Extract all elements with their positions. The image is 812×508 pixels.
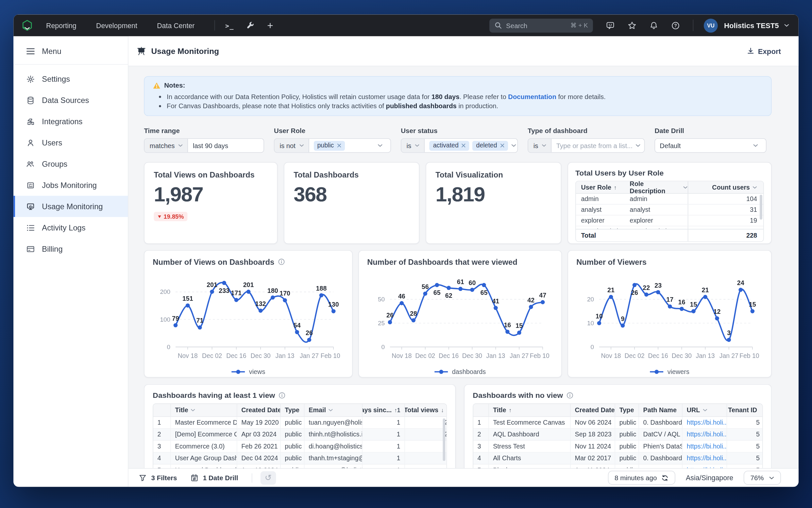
nav-right-cluster: Search ⌘ + K ? VU Holistics TEST5 — [489, 18, 789, 32]
sidebar-item-groups[interactable]: Groups — [13, 153, 128, 175]
timezone-label[interactable]: Asia/Singapore — [686, 474, 733, 482]
svg-text:26: 26 — [386, 311, 394, 319]
sidebar-item-data-sources[interactable]: Data Sources — [13, 90, 128, 111]
sidebar-menu-toggle[interactable]: Menu — [13, 41, 128, 62]
column-header[interactable]: URL — [683, 404, 727, 417]
svg-text:10: 10 — [596, 312, 603, 320]
user-avatar[interactable]: VU — [704, 18, 718, 32]
undo-button[interactable]: ↺ — [260, 471, 276, 484]
workspace-name[interactable]: Holistics TEST5 — [724, 21, 779, 30]
date-drill-summary-button[interactable]: 1 Date Drill — [190, 474, 238, 482]
legend-views[interactable]: views — [153, 367, 344, 377]
line-chart-dashboards: 02550Nov 18Dec 02Dec 16Dec 30Jan 13Jan 2… — [367, 268, 553, 367]
wrench-icon[interactable] — [247, 21, 255, 30]
svg-text:Dec 30: Dec 30 — [672, 352, 692, 359]
time-range-control[interactable]: matches last 90 days — [144, 138, 264, 153]
info-icon[interactable] — [278, 259, 285, 265]
column-header[interactable]: Days sinc...↑1 — [362, 404, 405, 417]
zoom-level-button[interactable]: 76% — [744, 471, 781, 485]
legend-dashboards[interactable]: dashboards — [367, 367, 553, 377]
sidebar-item-jobs-monitoring[interactable]: Jobs Monitoring — [13, 175, 128, 196]
sidebar-item-integrations[interactable]: Integrations — [13, 111, 128, 132]
svg-text:200: 200 — [160, 288, 170, 295]
top-navbar: Reporting Development Data Center >_ + S… — [13, 14, 799, 36]
download-icon — [746, 47, 755, 55]
table-card-no-views: Dashboards with no view Title↑Created Da… — [464, 384, 771, 468]
column-user-role[interactable]: User Role↑ — [576, 181, 630, 193]
credit-card-icon — [26, 245, 35, 252]
notifications-bell-icon[interactable] — [649, 21, 658, 30]
table-row: 5BlankApr 11 2024publichttps://bi.holi..… — [473, 465, 762, 468]
search-input[interactable]: Search ⌘ + K — [489, 18, 593, 32]
user-role-control[interactable]: is not public — [274, 138, 391, 153]
column-header[interactable]: Tenant ID — [727, 404, 763, 417]
svg-text:15: 15 — [749, 301, 756, 308]
svg-text:41: 41 — [492, 297, 499, 305]
legend-viewers[interactable]: viewers — [576, 367, 763, 377]
filter-chip-public[interactable]: public — [313, 140, 345, 151]
column-header[interactable]: Type — [615, 404, 639, 417]
refresh-button[interactable]: 8 minutes ago — [608, 471, 675, 485]
gear-icon — [26, 75, 35, 83]
column-header[interactable]: Created Date — [237, 404, 281, 417]
column-header[interactable]: Email — [305, 404, 362, 417]
column-header[interactable]: Created Date — [571, 404, 615, 417]
svg-text:24: 24 — [737, 279, 744, 286]
table-row: 1Test Ecommerce CanvasNov 06 2024public0… — [473, 417, 762, 429]
filter-chip-activated[interactable]: activated — [430, 140, 469, 151]
favorites-star-icon[interactable] — [628, 21, 636, 30]
list-icon — [26, 224, 35, 231]
sidebar-item-billing[interactable]: Billing — [13, 238, 128, 260]
column-header[interactable]: Path Name — [639, 404, 683, 417]
svg-text:15: 15 — [515, 322, 523, 329]
svg-text:56: 56 — [422, 283, 429, 290]
scrollbar-thumb[interactable] — [442, 418, 445, 461]
date-drill-select[interactable]: Default — [654, 138, 766, 153]
column-header[interactable]: Type — [281, 404, 305, 417]
svg-text:9: 9 — [621, 315, 625, 322]
filter-chip-deleted[interactable]: deleted — [473, 140, 508, 151]
column-header[interactable]: Title — [171, 404, 237, 417]
svg-text:Feb 10: Feb 10 — [530, 352, 550, 359]
user-status-control[interactable]: is activated deleted — [401, 138, 518, 153]
nav-item-development[interactable]: Development — [96, 22, 137, 30]
filters-summary-button[interactable]: 3 Filters — [139, 474, 177, 482]
documentation-link[interactable]: Documentation — [508, 93, 556, 101]
note-canvas: For Canvas Dashboards, please note that … — [167, 102, 763, 111]
kpi-total-visualization: Total Visualization 1,819 — [426, 162, 561, 244]
kpi-users-by-role: Total Users by User Role User Role↑ Role… — [567, 162, 771, 244]
holistics-logo-icon[interactable] — [22, 19, 33, 31]
svg-text:79: 79 — [172, 315, 179, 322]
dashboard-type-control[interactable]: is Type or paste from a list... — [527, 138, 645, 153]
nav-item-data-center[interactable]: Data Center — [157, 22, 195, 30]
feedback-icon[interactable] — [606, 21, 615, 30]
column-header[interactable]: Total views↓ — [405, 404, 447, 417]
column-count-users[interactable]: Count users — [688, 181, 763, 193]
nav-item-reporting[interactable]: Reporting — [46, 22, 77, 30]
sidebar-item-activity-logs[interactable]: Activity Logs — [13, 217, 128, 238]
add-icon[interactable]: + — [267, 20, 273, 31]
undo-icon: ↺ — [265, 473, 272, 482]
funnel-icon — [139, 474, 147, 482]
help-icon[interactable]: ? — [671, 21, 680, 30]
export-button[interactable]: Export — [746, 47, 781, 55]
info-icon[interactable] — [279, 392, 285, 398]
svg-text:65: 65 — [433, 289, 441, 296]
kpi-total-dashboards: Total Dashboards 368 — [284, 162, 419, 244]
nav-divider — [693, 19, 694, 31]
usage-monitor-icon — [26, 202, 35, 211]
terminal-icon[interactable]: >_ — [225, 22, 234, 30]
table-row: 4User Age Group DashboardDec 04 2024publ… — [153, 453, 446, 465]
sidebar-item-usage-monitoring[interactable]: Usage Monitoring — [13, 196, 128, 217]
svg-text:62: 62 — [445, 292, 453, 299]
workspace-chevron-down-icon[interactable] — [784, 24, 789, 27]
column-role-description[interactable]: Role Description — [630, 181, 687, 193]
info-icon[interactable] — [566, 392, 573, 398]
scrollbar-thumb[interactable] — [760, 195, 762, 220]
line-chart-viewers: 01020Nov 18Dec 02Dec 16Dec 30Jan 13Jan 2… — [576, 268, 763, 367]
table-row: 4All ChartsMar 02 2017public0. Dashboard… — [473, 453, 762, 465]
sidebar-item-settings[interactable]: Settings — [13, 68, 128, 90]
svg-text:Jan 13: Jan 13 — [486, 352, 505, 359]
column-header[interactable]: Title↑ — [489, 404, 570, 417]
sidebar-item-users[interactable]: Users — [13, 132, 128, 153]
